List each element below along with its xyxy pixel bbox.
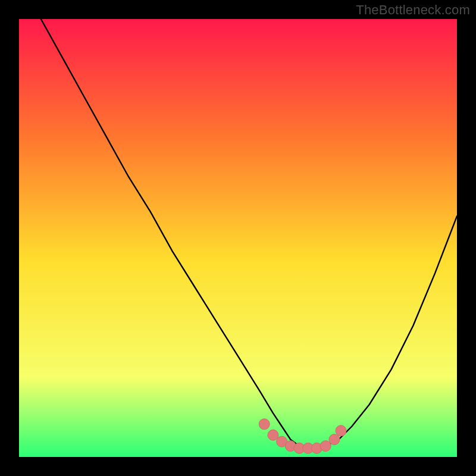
gradient-background bbox=[19, 19, 457, 457]
valley-marker-dot bbox=[268, 430, 278, 440]
watermark-text: TheBottleneck.com bbox=[356, 2, 470, 18]
chart-frame: TheBottleneck.com bbox=[0, 0, 476, 476]
bottleneck-chart bbox=[19, 19, 457, 457]
valley-marker-dot bbox=[259, 419, 270, 430]
valley-marker-dot bbox=[320, 441, 331, 452]
plot-area bbox=[19, 19, 457, 457]
valley-marker-dot bbox=[336, 425, 346, 436]
valley-marker-dot bbox=[329, 434, 340, 445]
